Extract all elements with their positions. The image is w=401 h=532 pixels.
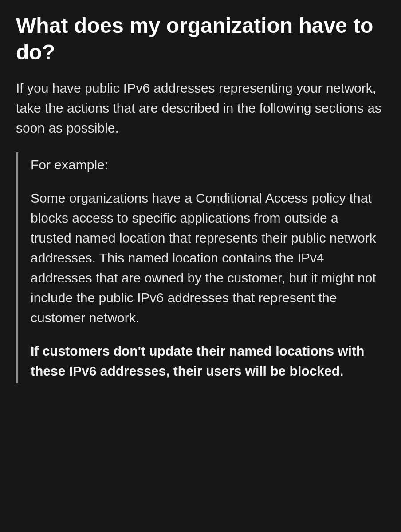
- example-body: Some organizations have a Conditional Ac…: [31, 188, 376, 328]
- document-page: What does my organization have to do? If…: [0, 0, 401, 532]
- section-heading: What does my organization have to do?: [16, 12, 385, 66]
- example-label: For example:: [31, 155, 376, 175]
- intro-paragraph: If you have public IPv6 addresses repres…: [16, 78, 385, 138]
- example-warning: If customers don't update their named lo…: [31, 341, 376, 381]
- example-block: For example: Some organizations have a C…: [16, 152, 385, 383]
